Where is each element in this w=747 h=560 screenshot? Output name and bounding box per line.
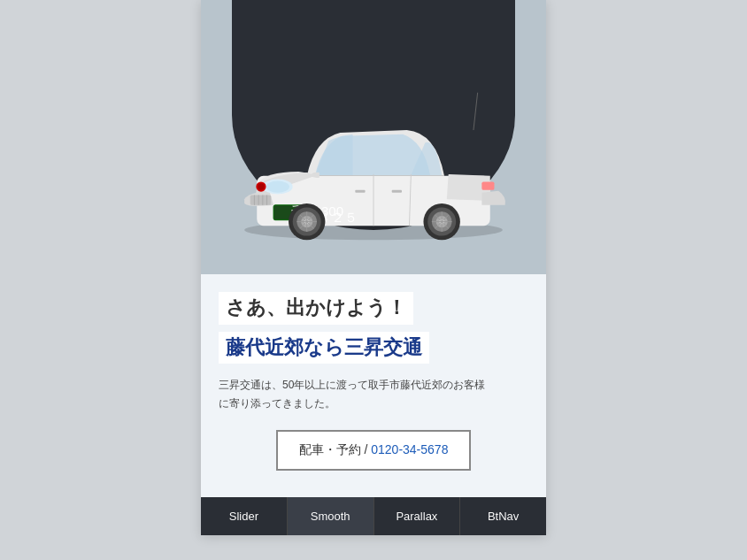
svg-rect-9 xyxy=(481,181,494,189)
nav-label-slider: Slider xyxy=(229,510,258,523)
description-text: 三昇交通は、50年以上に渡って取手市藤代近郊のお客様に寄り添ってきました。 xyxy=(219,379,485,409)
svg-rect-35 xyxy=(355,190,365,193)
car-image-section: 千葉 300 あ・４２５ xyxy=(201,0,546,274)
svg-point-8 xyxy=(266,180,289,192)
nav-bar: Slider Smooth Parallax BtNav xyxy=(201,497,546,535)
content-section: さあ、出かけよう！ 藤代近郊なら三昇交通 三昇交通は、50年以上に渡って取手市藤… xyxy=(201,274,546,497)
cta-phone: 0120-34-5678 xyxy=(371,442,448,456)
nav-label-smooth: Smooth xyxy=(311,510,350,523)
headline1: さあ、出かけよう！ xyxy=(219,292,413,325)
svg-rect-2 xyxy=(250,195,272,204)
nav-button-smooth[interactable]: Smooth xyxy=(288,497,374,535)
main-card: 千葉 300 あ・４２５ xyxy=(201,0,546,535)
car-svg: 千葉 300 あ・４２５ xyxy=(232,71,515,248)
svg-rect-36 xyxy=(392,190,402,193)
description: 三昇交通は、50年以上に渡って取手市藤代近郊のお客様に寄り添ってきました。 xyxy=(219,376,528,412)
cta-button[interactable]: 配車・予約 / 0120-34-5678 xyxy=(276,430,471,471)
svg-point-11 xyxy=(258,183,265,190)
nav-button-parallax[interactable]: Parallax xyxy=(374,497,461,535)
nav-label-btnav: BtNav xyxy=(488,510,519,523)
nav-button-slider[interactable]: Slider xyxy=(201,497,288,535)
headline2: 藤代近郊なら三昇交通 xyxy=(219,332,429,364)
nav-button-btnav[interactable]: BtNav xyxy=(460,497,546,535)
page-container: 千葉 300 あ・４２５ xyxy=(0,0,747,560)
car-image: 千葉 300 あ・４２５ xyxy=(223,44,524,274)
cta-label: 配車・予約 / xyxy=(299,442,368,456)
nav-label-parallax: Parallax xyxy=(396,510,437,523)
svg-line-37 xyxy=(474,93,478,130)
